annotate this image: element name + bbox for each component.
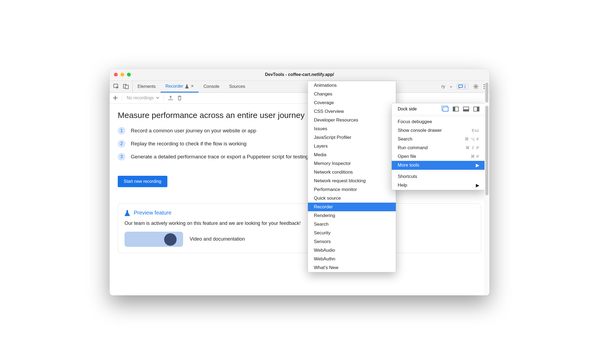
minimize-window-button[interactable]	[120, 73, 124, 76]
devtools-window: DevTools - coffee-cart.netlify.app/ Elem…	[110, 69, 489, 295]
step-text: Replay the recording to check if the flo…	[131, 141, 247, 147]
submenu-arrow-icon: ▶	[476, 162, 479, 168]
main-menu-item[interactable]: Run command⌘ ⇧ P	[392, 143, 485, 152]
more-tools-item[interactable]: CSS Overview	[308, 107, 396, 116]
more-tools-menu-item[interactable]: More tools ▶	[392, 161, 485, 170]
vertical-scrollbar[interactable]	[485, 81, 489, 295]
titlebar: DevTools - coffee-cart.netlify.app/	[110, 69, 489, 81]
submenu-arrow-icon: ▶	[476, 183, 479, 188]
preview-feature-card: Preview feature Our team is actively wor…	[118, 203, 481, 253]
overflow-tabs-icon[interactable]: »	[450, 84, 452, 89]
more-tools-item[interactable]: Rendering	[308, 211, 396, 220]
add-recording-icon[interactable]	[113, 95, 118, 100]
window-title: DevTools - coffee-cart.netlify.app/	[110, 72, 489, 77]
more-tools-item[interactable]: WebAudio	[308, 246, 396, 255]
main-menu-item[interactable]: Open file⌘ P	[392, 152, 485, 161]
tabbar-right: ry » 1	[437, 81, 489, 92]
dock-icons	[442, 107, 479, 111]
more-tools-item[interactable]: WebAuthn	[308, 255, 396, 263]
more-tools-item[interactable]: Media	[308, 151, 396, 159]
main-menu-item[interactable]: Search⌘ ⌥ F	[392, 135, 485, 143]
start-recording-button[interactable]: Start new recording	[118, 176, 167, 187]
step-text: Record a common user journey on your web…	[131, 128, 256, 134]
scroll-thumb-upper[interactable]	[485, 82, 488, 103]
more-tools-item[interactable]: Coverage	[308, 98, 396, 107]
recordings-dropdown[interactable]: No recordings	[127, 95, 159, 100]
chevron-down-icon	[156, 97, 159, 99]
recorder-toolbar: No recordings	[110, 93, 489, 104]
main-menu-item[interactable]: Show console drawerEsc	[392, 126, 485, 135]
preview-feature-header: Preview feature	[125, 210, 474, 216]
delete-icon[interactable]	[177, 95, 182, 100]
more-tools-item[interactable]: Quick source	[308, 194, 396, 203]
issues-badge[interactable]: 1	[457, 84, 468, 89]
panel-tabs: Elements Recorder × Console Sources	[133, 81, 250, 92]
dock-side-row: Dock side	[392, 103, 485, 115]
dock-side-label: Dock side	[398, 107, 417, 111]
settings-gear-icon[interactable]	[473, 84, 479, 89]
menu-separator	[392, 116, 485, 116]
divider	[164, 95, 164, 101]
tab-sources[interactable]: Sources	[224, 81, 250, 92]
maximize-window-button[interactable]	[127, 73, 131, 76]
close-tab-icon[interactable]: ×	[191, 83, 194, 89]
more-tools-item[interactable]: Search	[308, 220, 396, 229]
more-tools-item[interactable]: Security	[308, 229, 396, 237]
video-doc-row: Video and documentation	[125, 232, 474, 247]
scroll-thumb-lower[interactable]	[485, 106, 488, 195]
export-icon[interactable]	[168, 95, 173, 100]
panel-tabbar: Elements Recorder × Console Sources ry »…	[110, 81, 489, 93]
menu-separator	[392, 171, 485, 171]
main-menu-item[interactable]: Focus debuggee	[392, 117, 485, 126]
more-tools-item[interactable]: Layers	[308, 142, 396, 151]
more-tools-item[interactable]: Network request blocking	[308, 177, 396, 185]
more-tools-item[interactable]: Issues	[308, 124, 396, 133]
more-tools-item[interactable]: JavaScript Profiler	[308, 133, 396, 142]
step-text: Generate a detailed performance trace or…	[131, 154, 308, 160]
step-number: 2	[118, 140, 125, 148]
tab-console[interactable]: Console	[199, 81, 224, 92]
step-number: 3	[118, 153, 125, 161]
device-toolbar-icon[interactable]	[123, 84, 129, 89]
step-number: 1	[118, 127, 125, 135]
flask-icon	[125, 210, 130, 216]
dock-bottom-icon[interactable]	[463, 107, 469, 111]
window-controls	[110, 73, 131, 76]
svg-rect-2	[125, 85, 128, 89]
video-doc-label: Video and documentation	[190, 236, 245, 242]
more-tools-item[interactable]: Performance monitor	[308, 185, 396, 194]
more-tools-item[interactable]: Changes	[308, 90, 396, 98]
more-tools-item[interactable]: Network conditions	[308, 168, 396, 177]
tab-elements[interactable]: Elements	[133, 81, 161, 92]
preview-feature-copy: Our team is actively working on this fea…	[125, 221, 474, 226]
svg-point-3	[475, 86, 477, 87]
more-tools-item[interactable]: Animations	[308, 81, 396, 90]
more-tools-item[interactable]: What's New	[308, 263, 396, 272]
close-window-button[interactable]	[114, 73, 118, 76]
dock-undock-icon[interactable]	[442, 107, 448, 111]
more-tools-item[interactable]: Developer Resources	[308, 116, 396, 124]
dock-right-icon[interactable]	[473, 107, 479, 111]
more-tools-item[interactable]: Memory Inspector	[308, 159, 396, 168]
more-tools-submenu[interactable]: AnimationsChangesCoverageCSS OverviewDev…	[308, 81, 396, 272]
main-menu[interactable]: Dock side Focus debuggeeShow console dra…	[391, 103, 485, 190]
more-tools-item[interactable]: Sensors	[308, 237, 396, 246]
hidden-tabs-hint: ry	[441, 84, 445, 89]
video-thumbnail[interactable]	[125, 232, 183, 247]
tab-recorder[interactable]: Recorder ×	[161, 81, 199, 92]
inspect-element-icon[interactable]	[113, 84, 119, 89]
main-menu-item[interactable]: Shortcuts	[392, 172, 485, 181]
comment-icon	[458, 85, 463, 88]
dock-left-icon[interactable]	[453, 107, 459, 111]
inspect-controls	[110, 81, 133, 92]
divider	[122, 95, 122, 101]
main-menu-item[interactable]: Help▶	[392, 181, 485, 190]
flask-icon	[185, 84, 189, 88]
more-tools-item[interactable]: Recorder	[308, 203, 396, 211]
